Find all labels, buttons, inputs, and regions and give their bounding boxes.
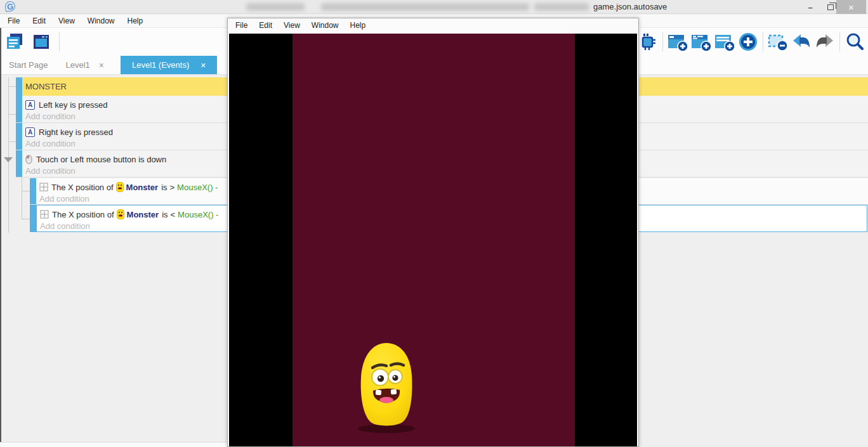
- add-event-icon: [667, 32, 688, 52]
- condition-text[interactable]: The X position of: [52, 210, 114, 219]
- add-event-button[interactable]: [667, 31, 688, 53]
- tab-label: Level1 (Events): [132, 60, 189, 70]
- position-icon: [39, 183, 48, 191]
- menu-file[interactable]: File: [1, 15, 26, 27]
- add-subevent-button[interactable]: [690, 31, 712, 53]
- toolbar-separator: [839, 32, 840, 51]
- tree-line: [22, 219, 30, 219]
- preview-menu-help[interactable]: Help: [345, 21, 372, 30]
- menu-help[interactable]: Help: [121, 15, 150, 27]
- mouse-icon: [25, 155, 32, 164]
- menu-edit[interactable]: Edit: [26, 15, 52, 27]
- tree-line: [8, 141, 16, 142]
- operator: <: [171, 210, 176, 219]
- condition-text: is: [161, 183, 167, 192]
- preview-menu-bar: File Edit View Window Help: [228, 18, 638, 33]
- redacted-title-text: [321, 3, 529, 11]
- gdevelop-logo-icon: G: [4, 1, 16, 12]
- toolbar-separator: [59, 32, 60, 51]
- search-events-button[interactable]: [844, 31, 865, 53]
- condition-text: is: [162, 210, 168, 219]
- add-comment-button[interactable]: [714, 31, 735, 53]
- undo-button[interactable]: [791, 31, 812, 53]
- object-name[interactable]: Monster: [127, 210, 159, 219]
- event-handle[interactable]: [16, 123, 22, 150]
- project-manager-button[interactable]: [4, 31, 25, 53]
- tree-line: [8, 114, 16, 115]
- project-manager-icon: [4, 32, 25, 52]
- comment-text: MONSTER: [25, 82, 67, 91]
- object-name[interactable]: Monster: [126, 183, 159, 192]
- scene-editor-icon: [31, 32, 51, 52]
- add-other-event-icon: [737, 31, 759, 53]
- title-bar[interactable]: G game.json.autosave – ×: [0, 0, 868, 14]
- tab-start-page[interactable]: Start Page: [0, 56, 56, 74]
- preview-menu-edit[interactable]: Edit: [253, 21, 278, 30]
- delete-event-icon: [767, 32, 789, 52]
- add-other-event-button[interactable]: [737, 31, 759, 53]
- redacted-title-text: [246, 3, 305, 11]
- game-canvas[interactable]: [229, 34, 637, 446]
- position-icon: [40, 210, 49, 219]
- event-handle[interactable]: [16, 150, 22, 177]
- undo-icon: [791, 32, 812, 51]
- tab-level1-events[interactable]: Level1 (Events) ×: [121, 56, 218, 74]
- menu-view[interactable]: View: [52, 15, 81, 27]
- close-button[interactable]: ×: [836, 0, 866, 14]
- redo-button[interactable]: [814, 31, 836, 53]
- monster-object-icon: [116, 182, 124, 192]
- events-scrollbar-area[interactable]: [0, 442, 227, 447]
- toolbar-separator: [763, 32, 763, 51]
- condition-text[interactable]: The X position of: [51, 183, 114, 192]
- condition-text[interactable]: Left key is pressed: [39, 100, 107, 110]
- window-title: game.json.autosave: [593, 2, 667, 11]
- monster-sprite: [355, 340, 418, 434]
- preview-menu-window[interactable]: Window: [306, 21, 345, 30]
- keyboard-icon: A: [25, 100, 35, 110]
- event-handle[interactable]: [30, 178, 36, 204]
- scene-editor-button[interactable]: [30, 31, 52, 53]
- keyboard-icon: A: [25, 127, 35, 137]
- preview-menu-file[interactable]: File: [230, 21, 253, 30]
- search-icon: [845, 32, 865, 52]
- tab-label: Level1: [65, 60, 89, 70]
- game-preview-window[interactable]: File Edit View Window Help: [227, 18, 639, 447]
- condition-text[interactable]: Right key is pressed: [39, 127, 113, 137]
- tab-level1[interactable]: Level1 ×: [56, 56, 113, 74]
- event-handle[interactable]: [16, 77, 22, 96]
- redacted-title-text: [534, 3, 589, 11]
- window-left-edge: [0, 28, 1, 443]
- minimize-button[interactable]: –: [801, 0, 820, 14]
- close-tab-icon[interactable]: ×: [201, 60, 206, 70]
- redo-icon: [815, 32, 835, 51]
- collapse-arrow-icon[interactable]: [4, 157, 13, 162]
- preview-menu-view[interactable]: View: [278, 21, 306, 30]
- debugger-icon: [638, 32, 658, 52]
- event-handle[interactable]: [30, 205, 37, 231]
- tree-line: [8, 77, 9, 233]
- tree-line: [22, 191, 30, 191]
- restore-icon: [827, 4, 834, 10]
- tree-line: [8, 86, 16, 87]
- add-comment-icon: [714, 32, 735, 52]
- expression[interactable]: MouseX() -: [177, 183, 218, 192]
- menu-window[interactable]: Window: [81, 15, 121, 27]
- condition-text[interactable]: Touch or Left mouse button is down: [36, 155, 166, 164]
- add-subevent-icon: [690, 32, 712, 52]
- debugger-button[interactable]: [637, 31, 659, 53]
- close-tab-icon[interactable]: ×: [99, 60, 104, 70]
- operator: >: [170, 183, 175, 192]
- monster-object-icon: [117, 209, 124, 219]
- expression[interactable]: MouseX() -: [178, 210, 218, 219]
- game-stage: [293, 34, 575, 446]
- toolbar-separator: [662, 32, 663, 51]
- tab-label: Start Page: [9, 60, 48, 70]
- delete-event-button[interactable]: [767, 31, 789, 53]
- event-handle[interactable]: [16, 96, 22, 122]
